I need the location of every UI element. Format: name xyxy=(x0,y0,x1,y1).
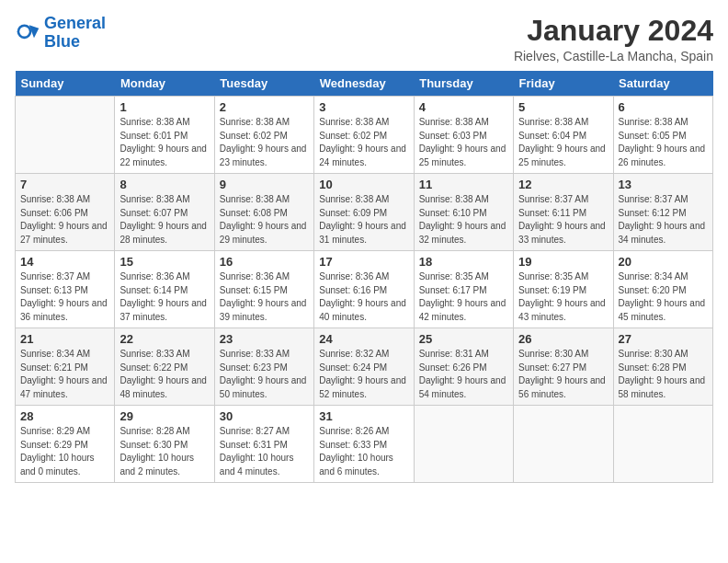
calendar-cell: 27Sunrise: 8:30 AMSunset: 6:28 PMDayligh… xyxy=(613,328,712,406)
day-info: Sunrise: 8:34 AMSunset: 6:21 PMDaylight:… xyxy=(20,348,109,401)
calendar-week-row: 7Sunrise: 8:38 AMSunset: 6:06 PMDaylight… xyxy=(16,174,713,251)
day-number: 31 xyxy=(319,409,408,423)
calendar-cell: 14Sunrise: 8:37 AMSunset: 6:13 PMDayligh… xyxy=(16,251,115,328)
logo-general: General xyxy=(44,14,106,32)
calendar-cell: 29Sunrise: 8:28 AMSunset: 6:30 PMDayligh… xyxy=(115,406,214,483)
calendar-cell: 26Sunrise: 8:30 AMSunset: 6:27 PMDayligh… xyxy=(514,328,613,406)
day-number: 14 xyxy=(20,255,109,269)
calendar-week-row: 21Sunrise: 8:34 AMSunset: 6:21 PMDayligh… xyxy=(16,328,713,406)
calendar-cell: 30Sunrise: 8:27 AMSunset: 6:31 PMDayligh… xyxy=(214,406,313,483)
calendar-cell: 19Sunrise: 8:35 AMSunset: 6:19 PMDayligh… xyxy=(514,251,613,328)
calendar-cell: 24Sunrise: 8:32 AMSunset: 6:24 PMDayligh… xyxy=(314,328,414,406)
calendar-cell: 12Sunrise: 8:37 AMSunset: 6:11 PMDayligh… xyxy=(514,174,613,251)
calendar-week-row: 1Sunrise: 8:38 AMSunset: 6:01 PMDaylight… xyxy=(16,97,713,174)
day-info: Sunrise: 8:33 AMSunset: 6:22 PMDaylight:… xyxy=(119,348,209,401)
day-info: Sunrise: 8:34 AMSunset: 6:20 PMDaylight:… xyxy=(619,270,708,324)
day-info: Sunrise: 8:26 AMSunset: 6:33 PMDaylight:… xyxy=(319,425,408,478)
day-number: 30 xyxy=(220,409,309,423)
day-info: Sunrise: 8:38 AMSunset: 6:08 PMDaylight:… xyxy=(220,193,309,247)
day-info: Sunrise: 8:38 AMSunset: 6:06 PMDaylight:… xyxy=(20,193,109,247)
calendar-cell: 2Sunrise: 8:38 AMSunset: 6:02 PMDaylight… xyxy=(214,97,313,174)
logo-icon xyxy=(15,20,40,46)
day-number: 23 xyxy=(220,332,309,346)
day-number: 22 xyxy=(119,332,209,346)
calendar-cell: 11Sunrise: 8:38 AMSunset: 6:10 PMDayligh… xyxy=(414,174,513,251)
day-info: Sunrise: 8:38 AMSunset: 6:10 PMDaylight:… xyxy=(419,193,508,247)
calendar-cell: 9Sunrise: 8:38 AMSunset: 6:08 PMDaylight… xyxy=(214,174,313,251)
day-number: 3 xyxy=(319,100,408,114)
day-info: Sunrise: 8:38 AMSunset: 6:02 PMDaylight:… xyxy=(319,116,408,169)
day-number: 5 xyxy=(518,100,608,114)
logo-text: General Blue xyxy=(44,15,106,52)
weekday-header-wednesday: Wednesday xyxy=(314,71,414,97)
calendar-cell xyxy=(514,406,613,483)
day-number: 12 xyxy=(518,178,608,191)
day-number: 20 xyxy=(619,255,708,269)
day-number: 16 xyxy=(220,255,309,269)
day-info: Sunrise: 8:33 AMSunset: 6:23 PMDaylight:… xyxy=(220,348,309,401)
day-number: 6 xyxy=(619,100,708,114)
day-info: Sunrise: 8:27 AMSunset: 6:31 PMDaylight:… xyxy=(220,425,309,478)
calendar-cell: 6Sunrise: 8:38 AMSunset: 6:05 PMDaylight… xyxy=(613,97,712,174)
day-number: 1 xyxy=(119,100,209,114)
day-number: 24 xyxy=(319,332,408,346)
weekday-header-monday: Monday xyxy=(115,71,214,97)
day-info: Sunrise: 8:36 AMSunset: 6:15 PMDaylight:… xyxy=(220,270,309,324)
day-number: 17 xyxy=(319,255,408,269)
calendar-cell xyxy=(613,406,712,483)
day-info: Sunrise: 8:32 AMSunset: 6:24 PMDaylight:… xyxy=(319,348,408,401)
day-info: Sunrise: 8:31 AMSunset: 6:26 PMDaylight:… xyxy=(419,348,508,401)
calendar-week-row: 28Sunrise: 8:29 AMSunset: 6:29 PMDayligh… xyxy=(16,406,713,483)
day-info: Sunrise: 8:29 AMSunset: 6:29 PMDaylight:… xyxy=(20,425,109,478)
logo: General Blue xyxy=(15,15,106,52)
calendar-cell: 5Sunrise: 8:38 AMSunset: 6:04 PMDaylight… xyxy=(514,97,613,174)
weekday-header-sunday: Sunday xyxy=(16,71,115,97)
day-number: 2 xyxy=(220,100,309,114)
calendar-cell: 13Sunrise: 8:37 AMSunset: 6:12 PMDayligh… xyxy=(613,174,712,251)
day-number: 19 xyxy=(518,255,608,269)
calendar-cell: 8Sunrise: 8:38 AMSunset: 6:07 PMDaylight… xyxy=(115,174,214,251)
day-info: Sunrise: 8:37 AMSunset: 6:11 PMDaylight:… xyxy=(518,193,608,247)
calendar-cell: 23Sunrise: 8:33 AMSunset: 6:23 PMDayligh… xyxy=(214,328,313,406)
calendar-cell: 10Sunrise: 8:38 AMSunset: 6:09 PMDayligh… xyxy=(314,174,414,251)
calendar-week-row: 14Sunrise: 8:37 AMSunset: 6:13 PMDayligh… xyxy=(16,251,713,328)
day-info: Sunrise: 8:36 AMSunset: 6:14 PMDaylight:… xyxy=(119,270,209,324)
day-info: Sunrise: 8:38 AMSunset: 6:09 PMDaylight:… xyxy=(319,193,408,247)
location-text: Rielves, Castille-La Mancha, Spain xyxy=(514,49,713,63)
day-number: 7 xyxy=(20,178,109,191)
day-number: 29 xyxy=(119,409,209,423)
weekday-header-row: SundayMondayTuesdayWednesdayThursdayFrid… xyxy=(16,71,713,97)
calendar-cell: 31Sunrise: 8:26 AMSunset: 6:33 PMDayligh… xyxy=(314,406,414,483)
weekday-header-thursday: Thursday xyxy=(414,71,513,97)
day-number: 15 xyxy=(119,255,209,269)
title-block: January 2024 Rielves, Castille-La Mancha… xyxy=(514,15,713,63)
calendar-cell: 21Sunrise: 8:34 AMSunset: 6:21 PMDayligh… xyxy=(16,328,115,406)
weekday-header-tuesday: Tuesday xyxy=(214,71,313,97)
day-number: 13 xyxy=(619,178,708,191)
day-info: Sunrise: 8:38 AMSunset: 6:05 PMDaylight:… xyxy=(619,116,708,169)
day-info: Sunrise: 8:37 AMSunset: 6:12 PMDaylight:… xyxy=(619,193,708,247)
day-number: 10 xyxy=(319,178,408,191)
day-number: 4 xyxy=(419,100,508,114)
day-number: 8 xyxy=(119,178,209,191)
calendar-cell: 20Sunrise: 8:34 AMSunset: 6:20 PMDayligh… xyxy=(613,251,712,328)
day-number: 9 xyxy=(220,178,309,191)
day-info: Sunrise: 8:30 AMSunset: 6:27 PMDaylight:… xyxy=(518,348,608,401)
calendar-cell xyxy=(16,97,115,174)
calendar-cell: 22Sunrise: 8:33 AMSunset: 6:22 PMDayligh… xyxy=(115,328,214,406)
day-info: Sunrise: 8:36 AMSunset: 6:16 PMDaylight:… xyxy=(319,270,408,324)
day-info: Sunrise: 8:28 AMSunset: 6:30 PMDaylight:… xyxy=(119,425,209,478)
day-info: Sunrise: 8:37 AMSunset: 6:13 PMDaylight:… xyxy=(20,270,109,324)
day-info: Sunrise: 8:38 AMSunset: 6:04 PMDaylight:… xyxy=(518,116,608,169)
day-number: 18 xyxy=(419,255,508,269)
day-number: 27 xyxy=(619,332,708,346)
weekday-header-saturday: Saturday xyxy=(613,71,712,97)
month-title: January 2024 xyxy=(514,15,713,47)
svg-point-1 xyxy=(19,27,29,37)
weekday-header-friday: Friday xyxy=(514,71,613,97)
day-number: 26 xyxy=(518,332,608,346)
calendar-cell: 17Sunrise: 8:36 AMSunset: 6:16 PMDayligh… xyxy=(314,251,414,328)
calendar-cell: 7Sunrise: 8:38 AMSunset: 6:06 PMDaylight… xyxy=(16,174,115,251)
day-number: 28 xyxy=(20,409,109,423)
day-info: Sunrise: 8:38 AMSunset: 6:01 PMDaylight:… xyxy=(119,116,209,169)
